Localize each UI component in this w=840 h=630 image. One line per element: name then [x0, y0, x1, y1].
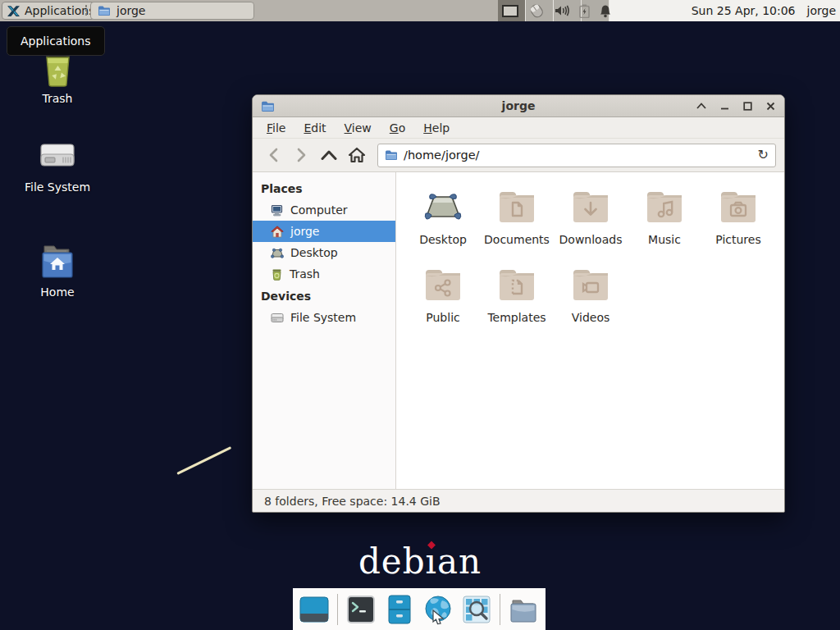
minimize-button[interactable] — [719, 100, 730, 112]
taskbar-window-label: jorge — [116, 4, 145, 17]
terminal-icon — [345, 594, 377, 625]
up-button[interactable] — [317, 143, 341, 167]
sidebar-item-trash[interactable]: Trash — [253, 263, 395, 285]
file-label: Templates — [487, 311, 546, 324]
sidebar-item-computer[interactable]: Computer — [253, 199, 395, 221]
menu-go[interactable]: Go — [384, 119, 411, 137]
toolbar: /home/jorge/ ↻ — [253, 139, 784, 172]
file-manager-window: jorge File Edit View Go Help — [252, 94, 785, 513]
debian-wordmark: debıan — [358, 541, 482, 582]
app-finder-icon — [461, 594, 492, 625]
dock-separator — [500, 594, 500, 625]
sidebar-header-places: Places — [253, 177, 395, 199]
file-cabinet-icon — [384, 594, 415, 625]
window-body: Places Computer jorge — [253, 172, 784, 489]
path-entry[interactable]: /home/jorge/ ↻ — [377, 144, 776, 167]
desktop-special-icon — [422, 187, 463, 226]
notifications-bell-icon[interactable] — [599, 4, 612, 18]
sidebar-item-label: Desktop — [290, 246, 338, 259]
desktop-icon-file-system[interactable]: File System — [18, 139, 97, 194]
panel-clock[interactable]: Sun 25 Apr, 10:06 — [692, 4, 796, 17]
menu-edit[interactable]: Edit — [298, 119, 331, 137]
panel-username[interactable]: jorge — [807, 4, 836, 17]
shade-button[interactable] — [696, 100, 707, 112]
videos-folder-icon — [570, 265, 611, 304]
menu-view[interactable]: View — [339, 119, 377, 137]
downloads-folder-icon — [570, 187, 611, 226]
mouse-icon[interactable] — [527, 3, 546, 18]
taskbar-window-button[interactable]: jorge — [90, 2, 254, 20]
file-label: Music — [648, 233, 681, 246]
sidebar-item-label: Trash — [290, 267, 320, 281]
home-folder-icon — [38, 243, 77, 281]
file-item-downloads[interactable]: Downloads — [554, 184, 628, 262]
system-tray — [527, 0, 612, 21]
window-titlebar[interactable]: jorge — [253, 95, 784, 117]
menu-help[interactable]: Help — [418, 119, 455, 137]
sidebar: Places Computer jorge — [253, 172, 396, 489]
desktop-icon-home[interactable]: Home — [18, 243, 97, 299]
file-item-templates[interactable]: Templates — [480, 262, 554, 340]
terminal-launcher[interactable] — [345, 594, 377, 625]
menu-file[interactable]: File — [261, 119, 291, 137]
path-text: /home/jorge/ — [404, 148, 752, 162]
web-browser-globe-icon — [422, 594, 454, 625]
sidebar-item-desktop[interactable]: Desktop — [253, 242, 395, 263]
hard-drive-icon — [271, 313, 284, 323]
home-icon — [271, 226, 284, 238]
reload-button[interactable]: ↻ — [758, 148, 769, 162]
desktop-icon — [271, 247, 284, 259]
sidebar-header-devices: Devices — [253, 285, 395, 307]
dock-separator — [337, 594, 338, 625]
back-button[interactable] — [261, 143, 285, 167]
file-item-documents[interactable]: Documents — [480, 184, 554, 262]
music-folder-icon — [644, 187, 685, 226]
file-item-videos[interactable]: Videos — [554, 262, 628, 340]
workspace-1[interactable] — [498, 0, 526, 21]
public-folder-icon — [422, 265, 463, 304]
file-grid: Desktop Documents — [406, 184, 784, 340]
window-controls — [696, 100, 776, 112]
sidebar-item-file-system[interactable]: File System — [253, 307, 395, 328]
trash-icon — [271, 268, 283, 281]
file-label: Desktop — [419, 233, 467, 246]
folder-icon — [508, 594, 539, 625]
computer-icon — [271, 204, 284, 217]
workspace-window-preview — [502, 5, 518, 17]
web-browser-launcher[interactable] — [422, 594, 454, 625]
close-button[interactable] — [765, 100, 776, 112]
folder-icon — [98, 5, 111, 16]
volume-icon[interactable] — [555, 4, 570, 17]
forward-button[interactable] — [289, 143, 313, 167]
battery-icon[interactable] — [579, 4, 590, 18]
sidebar-item-label: jorge — [290, 225, 319, 238]
status-text: 8 folders, Free space: 14.4 GiB — [264, 495, 441, 508]
menu-bar: File Edit View Go Help — [253, 117, 784, 139]
file-manager-launcher[interactable] — [384, 594, 415, 625]
file-item-public[interactable]: Public — [406, 262, 480, 340]
sidebar-item-label: File System — [290, 311, 356, 324]
file-label: Documents — [484, 233, 550, 246]
file-item-music[interactable]: Music — [628, 184, 701, 262]
top-panel: Applications jorge — [0, 0, 840, 21]
hard-drive-icon — [38, 139, 77, 176]
status-bar: 8 folders, Free space: 14.4 GiB — [253, 489, 784, 512]
documents-folder-icon — [496, 187, 537, 226]
file-label: Public — [426, 311, 459, 324]
panel-drag-handle[interactable] — [84, 4, 89, 17]
pictures-folder-icon — [718, 187, 759, 226]
wallpaper-scratch-line — [176, 446, 231, 475]
desktop-icon-trash[interactable]: Trash — [18, 48, 97, 105]
file-item-desktop[interactable]: Desktop — [406, 184, 480, 262]
show-desktop-button[interactable] — [299, 594, 330, 625]
xfce-logo-icon — [7, 4, 21, 18]
file-list-view[interactable]: Desktop Documents — [396, 172, 784, 489]
maximize-button[interactable] — [742, 100, 753, 112]
app-finder-launcher[interactable] — [461, 594, 492, 625]
desktop-icon-label: Trash — [43, 92, 73, 105]
home-button[interactable] — [345, 143, 369, 167]
sidebar-item-jorge[interactable]: jorge — [253, 221, 395, 242]
directory-menu-button[interactable] — [508, 594, 539, 625]
file-item-pictures[interactable]: Pictures — [701, 184, 775, 262]
file-label: Downloads — [559, 233, 623, 246]
